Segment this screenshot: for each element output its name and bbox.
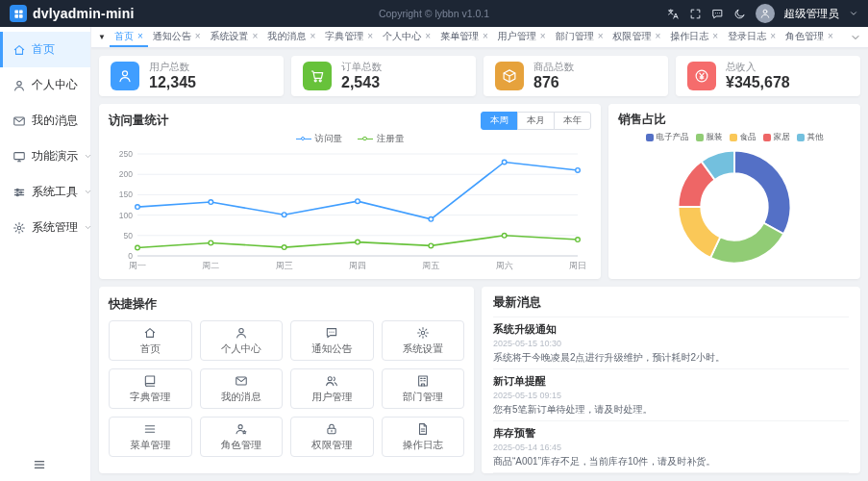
tab-10[interactable]: 操作日志× — [665, 27, 723, 47]
legend-item[interactable]: 访问量 — [296, 133, 343, 145]
quick-action-label: 用户管理 — [311, 391, 352, 404]
legend-item[interactable]: 食品 — [730, 132, 756, 143]
close-icon[interactable]: × — [598, 32, 604, 41]
chevron-down-icon — [84, 152, 92, 161]
quick-action-8[interactable]: 菜单管理 — [109, 417, 192, 457]
svg-text:0: 0 — [128, 251, 133, 261]
tab-label: 系统设置 — [211, 30, 249, 43]
legend-item[interactable]: 其他 — [797, 132, 824, 143]
sidebar-item-3[interactable]: 功能演示 — [0, 139, 90, 174]
quick-action-9[interactable]: 角色管理 — [200, 417, 284, 457]
box-icon — [495, 62, 524, 90]
sidebar-collapse-button[interactable] — [0, 448, 90, 481]
avatar[interactable] — [756, 4, 775, 23]
legend-item[interactable]: 家居 — [763, 132, 790, 143]
close-icon[interactable]: × — [367, 32, 373, 41]
home-icon — [143, 326, 157, 340]
quick-action-3[interactable]: 系统设置 — [382, 320, 465, 361]
svg-text:50: 50 — [124, 231, 134, 240]
legend-item[interactable]: 电子产品 — [646, 132, 689, 143]
chat-icon — [325, 326, 338, 340]
quick-action-0[interactable]: 首页 — [109, 320, 192, 361]
tab-3[interactable]: 我的消息× — [262, 27, 320, 47]
close-icon[interactable]: × — [137, 32, 143, 41]
tab-2[interactable]: 系统设置× — [206, 27, 263, 47]
close-icon[interactable]: × — [540, 32, 546, 41]
latest-news-title: 最新消息 — [493, 294, 849, 317]
tabbar-more-chevron-icon[interactable] — [850, 32, 861, 43]
money-icon — [687, 62, 716, 90]
quick-action-11[interactable]: 操作日志 — [382, 417, 465, 457]
tab-6[interactable]: 菜单管理× — [435, 27, 493, 47]
news-time: 2025-05-15 09:15 — [493, 391, 849, 400]
charts-row: 访问量统计 本周本月本年 访问量注册量 050100150200250周一周二周… — [99, 104, 860, 279]
quick-action-7[interactable]: 部门管理 — [382, 368, 465, 409]
close-icon[interactable]: × — [712, 32, 718, 41]
news-title: 系统升级通知 — [493, 322, 849, 337]
monitor-icon — [12, 150, 26, 164]
quick-action-1[interactable]: 个人中心 — [200, 320, 284, 361]
quick-action-label: 首页 — [140, 342, 161, 356]
close-icon[interactable]: × — [253, 32, 259, 41]
range-button-1[interactable]: 本月 — [517, 112, 555, 130]
users-icon — [325, 374, 338, 388]
tab-7[interactable]: 用户管理× — [493, 27, 551, 47]
sidebar-item-0[interactable]: 首页 — [0, 32, 90, 67]
tab-label: 首页 — [114, 30, 134, 43]
tab-label: 菜单管理 — [440, 30, 479, 43]
tab-0[interactable]: 首页× — [110, 27, 148, 47]
tab-12[interactable]: 角色管理× — [781, 27, 838, 47]
tab-9[interactable]: 权限管理× — [608, 27, 666, 47]
sales-pie-card: 销售占比 电子产品服装食品家居其他 — [608, 104, 860, 279]
translate-icon[interactable] — [667, 8, 680, 20]
legend-item[interactable]: 服装 — [696, 132, 723, 143]
close-icon[interactable]: × — [828, 32, 833, 41]
tab-1[interactable]: 通知公告× — [148, 27, 206, 47]
username[interactable]: 超级管理员 — [784, 7, 840, 21]
tabs-dropdown-caret-icon[interactable]: ▼ — [98, 33, 106, 41]
chat-icon[interactable] — [711, 8, 724, 20]
quick-action-label: 系统设置 — [403, 342, 443, 356]
quick-action-2[interactable]: 通知公告 — [290, 320, 374, 361]
sidebar-item-1[interactable]: 个人中心 — [0, 67, 90, 103]
main-area: ▼ 首页×通知公告×系统设置×我的消息×字典管理×个人中心×菜单管理×用户管理×… — [91, 27, 868, 481]
news-content: 系统将于今晚凌晨2点进行升级维护，预计耗时2小时。 — [493, 351, 849, 364]
quick-action-6[interactable]: 用户管理 — [290, 368, 374, 409]
quick-action-5[interactable]: 我的消息 — [200, 368, 284, 409]
moon-icon[interactable] — [733, 8, 746, 20]
close-icon[interactable]: × — [310, 32, 315, 41]
close-icon[interactable]: × — [483, 32, 488, 41]
sales-donut-chart — [673, 145, 796, 268]
tab-8[interactable]: 部门管理× — [551, 27, 608, 47]
legend-item[interactable]: 注册量 — [358, 133, 405, 145]
quick-action-4[interactable]: 字典管理 — [109, 368, 192, 409]
sidebar-item-2[interactable]: 我的消息 — [0, 103, 90, 139]
quick-action-label: 部门管理 — [403, 391, 443, 404]
quick-action-label: 菜单管理 — [130, 439, 170, 452]
tab-4[interactable]: 字典管理× — [320, 27, 378, 47]
quick-action-10[interactable]: 权限管理 — [290, 417, 374, 457]
sidebar-item-5[interactable]: 系统管理 — [0, 210, 90, 245]
fullscreen-icon[interactable] — [689, 8, 702, 20]
range-button-2[interactable]: 本年 — [554, 112, 591, 130]
svg-text:周三: 周三 — [276, 261, 293, 270]
visit-stats-card: 访问量统计 本周本月本年 访问量注册量 050100150200250周一周二周… — [99, 104, 601, 279]
tab-label: 我的消息 — [267, 30, 306, 43]
tab-label: 通知公告 — [153, 30, 191, 43]
tab-11[interactable]: 登录日志× — [723, 27, 781, 47]
range-button-0[interactable]: 本周 — [481, 112, 518, 130]
doc-icon — [416, 422, 430, 436]
tabs-container: 首页×通知公告×系统设置×我的消息×字典管理×个人中心×菜单管理×用户管理×部门… — [110, 27, 838, 47]
chevron-down-icon[interactable] — [849, 9, 858, 18]
close-icon[interactable]: × — [425, 32, 431, 41]
copyright-text: Copyright © lybbn v1.0.1 — [379, 8, 489, 19]
close-icon[interactable]: × — [656, 32, 661, 41]
tab-5[interactable]: 个人中心× — [378, 27, 435, 47]
quick-actions-grid: 首页个人中心通知公告系统设置字典管理我的消息用户管理部门管理菜单管理角色管理权限… — [109, 320, 464, 457]
sidebar-item-4[interactable]: 系统工具 — [0, 174, 90, 210]
close-icon[interactable]: × — [770, 32, 776, 41]
svg-text:周一: 周一 — [129, 261, 146, 270]
svg-text:250: 250 — [119, 149, 133, 159]
svg-text:周日: 周日 — [569, 261, 586, 270]
close-icon[interactable]: × — [195, 32, 201, 41]
